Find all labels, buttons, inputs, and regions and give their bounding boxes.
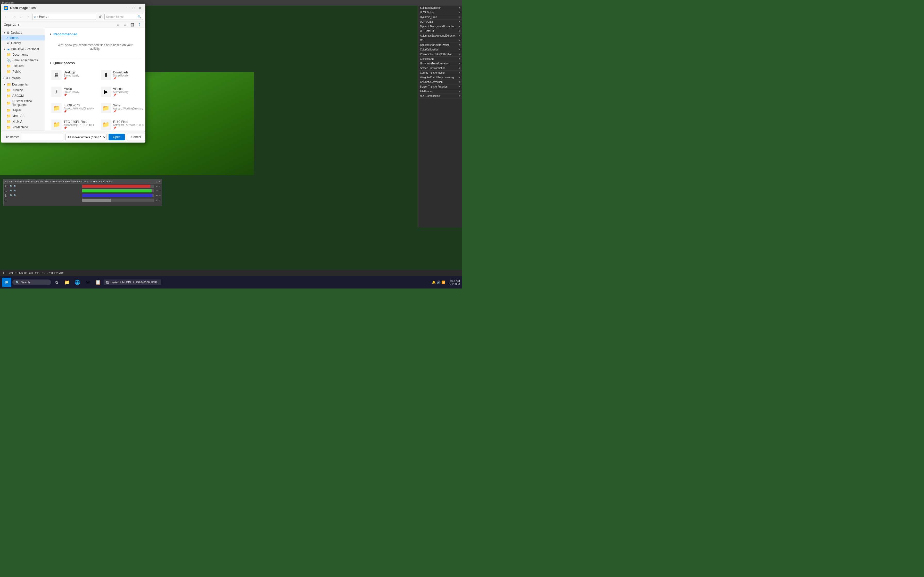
view-list-btn[interactable]: ≡ xyxy=(115,22,121,28)
right-panel-item-o3[interactable]: O3× xyxy=(418,38,462,43)
right-panel-item-ultra2s2[interactable]: ULTRA2S2× xyxy=(418,19,462,24)
right-panel-item-weightedbatchpreprocessing[interactable]: WeightedBatchPreprocessing× xyxy=(418,75,462,80)
sidebar-item-kepler[interactable]: 📁 Kepler xyxy=(1,107,45,113)
qa-item-tec-140fl-flats[interactable]: 📁 TEC-140FL Flats Astrophotogr...\TEC-14… xyxy=(49,118,97,131)
sidebar-item-ascom[interactable]: 📁 ASCOM xyxy=(1,93,45,99)
panel-close-icon[interactable]: × xyxy=(459,53,460,56)
taskbar-misc-icon[interactable]: 📋 xyxy=(93,278,103,287)
sidebar-item-arduino[interactable]: 📁 Arduino xyxy=(1,87,45,93)
back-button[interactable]: ← xyxy=(3,14,10,20)
sidebar-item-nina[interactable]: 📁 N.I.N.A xyxy=(1,119,45,124)
qa-item-music[interactable]: ♪ Music Stored locally 📌 xyxy=(49,84,97,99)
qa-item-videos[interactable]: ▶ Videos Stored locally 📌 xyxy=(99,84,145,99)
sidebar-item-nomachine[interactable]: 📁 NoMachine xyxy=(1,124,45,130)
recent-button[interactable]: ↓ xyxy=(18,14,24,20)
view-grid-btn[interactable]: ⊞ xyxy=(122,22,128,28)
right-panel-item-cosmeticcorrection[interactable]: CosmeticCorrection× xyxy=(418,80,462,84)
right-panel-item-colorcalibration[interactable]: ColorCalibration× xyxy=(418,47,462,52)
panel-close-icon[interactable]: × xyxy=(459,30,460,32)
right-panel-item-backgroundneutralization[interactable]: BackgroundNeutralization× xyxy=(418,43,462,47)
sidebar-item-pictures[interactable]: 📁 Pictures xyxy=(1,63,45,69)
qa-item-desktop[interactable]: 🖥 Desktop Stored locally 📌 xyxy=(49,68,97,82)
cancel-button[interactable]: Cancel xyxy=(127,134,145,140)
taskbar-files-icon[interactable]: 📁 xyxy=(62,278,72,287)
right-panel-item-dynamicbackgroundextraction[interactable]: DynamicBackgroundExtraction× xyxy=(418,24,462,29)
sidebar-header-desktop[interactable]: ▼ 🖥 Desktop xyxy=(1,30,45,35)
panel-close-icon[interactable]: × xyxy=(459,81,460,84)
main-content: ▼ Recommended We'll show you recommended… xyxy=(45,28,145,131)
qa-pin-icon: 📌 xyxy=(64,110,95,113)
stf-minimize[interactable]: − xyxy=(156,181,158,183)
right-panel-item-ultratoo3[interactable]: ULTRAtoO3× xyxy=(418,29,462,34)
dialog-close-btn[interactable]: × xyxy=(137,5,142,11)
right-panel-item-ultratoha[interactable]: ULTRAtoHa× xyxy=(418,10,462,15)
right-panel-item-fitsheader[interactable]: FitsHeader× xyxy=(418,89,462,94)
panel-close-icon[interactable]: × xyxy=(459,39,460,42)
search-bar[interactable]: Search Home 🔍 xyxy=(104,14,143,20)
panel-close-icon[interactable]: × xyxy=(459,11,460,14)
sidebar-item-email-attachments[interactable]: 📎 Email attachments xyxy=(1,58,45,63)
sidebar-item-public[interactable]: 📁 Public xyxy=(1,69,45,74)
view-details-btn[interactable]: 🔲 xyxy=(129,22,135,28)
right-panel-item-hdrcomposition[interactable]: HDRComposition× xyxy=(418,94,462,98)
format-select[interactable]: All known formats (*.bmp *.fit ) xyxy=(65,134,107,140)
panel-close-icon[interactable]: × xyxy=(459,58,460,60)
panel-close-icon[interactable]: × xyxy=(459,90,460,93)
panel-close-icon[interactable]: × xyxy=(459,85,460,88)
sidebar-item-gallery[interactable]: 🖼 Gallery xyxy=(1,40,45,45)
email-folder-icon: 📎 xyxy=(6,58,11,62)
right-panel-item-dynamic_crop[interactable]: Dynamic_Crop× xyxy=(418,15,462,19)
panel-close-icon[interactable]: × xyxy=(459,6,460,9)
right-panel-item-clonestamp[interactable]: CloneStamp× xyxy=(418,56,462,61)
stf-close[interactable]: × xyxy=(158,181,160,183)
organize-label[interactable]: Organize ▼ xyxy=(4,23,19,27)
sidebar-item-custom-office[interactable]: 📁 Custom Office Templates xyxy=(1,99,45,107)
sidebar-item-matlab[interactable]: 📁 MATLAB xyxy=(1,113,45,119)
taskbar-browser-icon[interactable]: 🌐 xyxy=(73,278,82,287)
sidebar-label-onedrive: OneDrive - Personal xyxy=(11,47,39,51)
panel-label: CloneStamp xyxy=(420,58,434,60)
open-button[interactable]: Open xyxy=(108,134,125,140)
right-panel-item-screentransferfunction[interactable]: ScreenTransferFunction× xyxy=(418,84,462,89)
sidebar-header-docs[interactable]: ▼ 📁 Documents xyxy=(1,82,45,87)
taskbar-mail-icon[interactable]: ✉ xyxy=(83,278,92,287)
refresh-button[interactable]: ↺ xyxy=(97,14,103,20)
panel-close-icon[interactable]: × xyxy=(459,16,460,19)
qa-item-downloads[interactable]: ⬇ Downloads Stored locally 📌 xyxy=(99,68,145,82)
panel-close-icon[interactable]: × xyxy=(459,20,460,23)
start-button[interactable]: ⊞ xyxy=(2,278,11,287)
taskbar-search[interactable]: 🔍 Search xyxy=(12,279,51,285)
qa-item-sony[interactable]: 📁 Sony Astrop...\WorkingDirectory 📌 xyxy=(99,101,145,115)
filename-input[interactable] xyxy=(21,134,63,140)
sidebar-header-desktop2[interactable]: › 🖥 Desktop xyxy=(1,76,45,81)
dialog-maximize-btn[interactable]: □ xyxy=(131,5,136,11)
sidebar-header-onedrive[interactable]: ▼ ☁ OneDrive - Personal xyxy=(1,47,45,52)
dialog-minimize-btn[interactable]: − xyxy=(125,5,130,11)
up-button[interactable]: ↑ xyxy=(25,14,31,20)
right-panel-item-automaticbackgroundextractor[interactable]: AutomaticBackgroundExtractor× xyxy=(418,34,462,38)
right-panel-item-screentransformation[interactable]: ScreenTransformation× xyxy=(418,66,462,71)
panel-close-icon[interactable]: × xyxy=(459,34,460,37)
right-panel-item-subframeselector[interactable]: SubframeSelector× xyxy=(418,6,462,10)
panel-close-icon[interactable]: × xyxy=(459,67,460,69)
panel-close-icon[interactable]: × xyxy=(459,71,460,74)
qa-item-e160-flats[interactable]: 📁 E160-Flats Astrophot...\Epsilon-160ED … xyxy=(99,118,145,131)
sidebar-item-home[interactable]: ⌂ Home xyxy=(1,35,45,40)
panel-close-icon[interactable]: × xyxy=(459,48,460,51)
breadcrumb[interactable]: ⌂ › Home › xyxy=(32,14,96,20)
help-btn[interactable]: ? xyxy=(136,22,142,28)
panel-close-icon[interactable]: × xyxy=(459,62,460,65)
taskbar-active-window[interactable]: 🖼 masterLight_BIN_1_9576x6388_EXP... xyxy=(103,279,161,285)
right-panel-item-histogramtransformation[interactable]: HistogramTransformation× xyxy=(418,61,462,66)
forward-button[interactable]: → xyxy=(11,14,17,20)
panel-close-icon[interactable]: × xyxy=(459,25,460,28)
right-panel-item-photometriccolorcalibration[interactable]: PhotometricColorCalibration× xyxy=(418,52,462,56)
sidebar-item-documents[interactable]: 📁 Documents xyxy=(1,52,45,58)
panel-close-icon[interactable]: × xyxy=(459,76,460,79)
right-panel-item-curvestransformation[interactable]: CurvesTransformation× xyxy=(418,71,462,75)
task-view-button[interactable]: ⧉ xyxy=(52,278,61,287)
panel-close-icon[interactable]: × xyxy=(459,95,460,97)
panel-close-icon[interactable]: × xyxy=(459,44,460,47)
qa-item-fsq85-073[interactable]: 📁 FSQ85-073 Astrop...\WorkingDirectory 📌 xyxy=(49,101,97,115)
stf-channel-b: B: 🔍 🔍 ↩ ↪ xyxy=(3,193,162,198)
